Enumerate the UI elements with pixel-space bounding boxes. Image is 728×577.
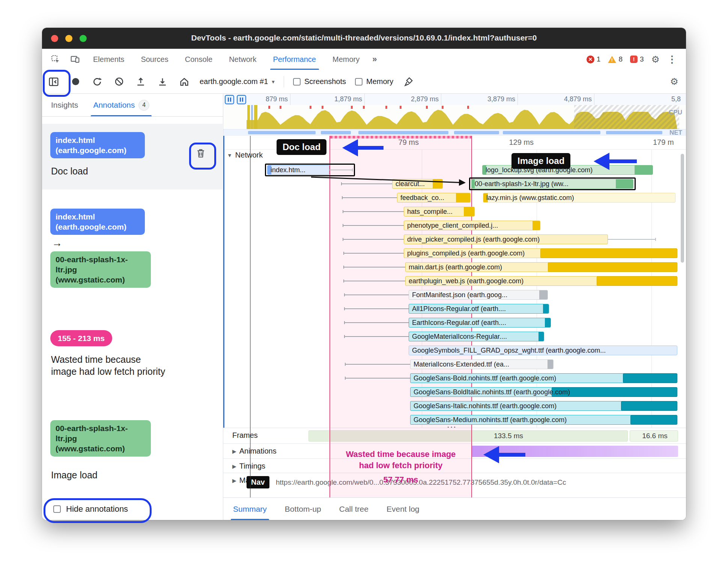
screenshots-checkbox-row[interactable]: Screenshots: [293, 77, 346, 86]
network-request[interactable]: main.dart.js (earth.google.com): [405, 262, 677, 272]
request-queue-whisker: [341, 183, 392, 184]
home-button[interactable]: [178, 75, 191, 88]
hide-annotations-checkbox[interactable]: [53, 505, 61, 513]
tab-event-log[interactable]: Event log: [387, 498, 420, 520]
memory-checkbox-row[interactable]: Memory: [355, 77, 393, 86]
load-profile-button[interactable]: [134, 75, 147, 88]
toggle-sidebar-button[interactable]: [47, 75, 60, 88]
window-title: DevTools - earth.google.com/static/multi…: [42, 33, 686, 42]
capture-settings-gear-icon[interactable]: ⚙: [670, 77, 678, 86]
history-dropdown[interactable]: earth.google.com #1 ▾: [200, 77, 275, 86]
network-request[interactable]: 00-earth-splash-1x-ltr.jpg (ww...: [471, 179, 633, 189]
console-warnings-indicator[interactable]: 8: [608, 55, 623, 63]
network-waterfall[interactable]: index.htm...logo_lockup.svg (earth.googl…: [223, 149, 679, 428]
detail-ruler-tick: 179 m: [653, 138, 674, 147]
error-icon: ✕: [587, 56, 594, 63]
tabbar-left-icons: [42, 49, 80, 70]
tab-insights[interactable]: Insights: [51, 94, 78, 116]
timeline-overview[interactable]: 879 ms1,879 ms2,879 ms3,879 ms4,879 ms5,…: [223, 94, 686, 136]
settings-gear-icon[interactable]: ⚙: [651, 55, 660, 64]
network-request-label: main.dart.js (earth.google.com): [406, 263, 677, 272]
tab-console[interactable]: Console: [185, 49, 212, 70]
more-requests-indicator[interactable]: ...: [447, 419, 457, 430]
network-request[interactable]: GoogleSans-Bold.nohints.ttf (earth.googl…: [410, 373, 677, 383]
network-request[interactable]: MaterialIcons-Extended.ttf (ea...: [410, 359, 554, 369]
annotation-entry-image-load[interactable]: 00-earth-splash-1x-ltr.jpg (www.gstatic.…: [42, 420, 223, 488]
annotation-chip-splash-image[interactable]: 00-earth-splash-1x-ltr.jpg (www.gstatic.…: [50, 420, 151, 457]
long-task-marker: [351, 106, 353, 109]
more-panels-button[interactable]: »: [372, 49, 377, 70]
disclosure-triangle-icon[interactable]: ▶: [232, 448, 236, 454]
tab-summary[interactable]: Summary: [233, 498, 267, 520]
screenshots-checkbox[interactable]: [293, 78, 301, 86]
network-scrollbar[interactable]: [681, 154, 684, 263]
annotations-count-badge: 4: [138, 100, 149, 111]
device-toolbar-icon[interactable]: [70, 54, 80, 65]
tab-elements[interactable]: Elements: [93, 49, 124, 70]
net-activity-segment: [503, 131, 600, 134]
network-request[interactable]: All1PIcons-Regular.otf (earth....: [409, 304, 549, 314]
annotation-chip-link-to[interactable]: 00-earth-splash-1x-ltr.jpg (www.gstatic.…: [50, 251, 151, 288]
delete-annotation-button[interactable]: [194, 146, 208, 161]
save-profile-button[interactable]: [156, 75, 169, 88]
annotation-chip-index-html[interactable]: index.html (earth.google.com): [50, 132, 145, 158]
reload-and-record-button[interactable]: [91, 75, 104, 88]
kebab-menu-icon[interactable]: ⋮: [667, 54, 677, 64]
tab-performance[interactable]: Performance: [273, 49, 316, 70]
tab-network[interactable]: Network: [229, 49, 256, 70]
devtools-tabbar: ElementsSourcesConsoleNetworkPerformance…: [42, 49, 686, 70]
breadcrumb-pause-icon[interactable]: [225, 95, 234, 104]
network-request-label: GoogleSans-Italic.nohints.ttf (earth.goo…: [411, 401, 677, 410]
annotation-entry-link[interactable]: index.html (earth.google.com) → 00-earth…: [42, 206, 223, 304]
network-request[interactable]: earthplugin_web.js (earth.google.com): [405, 276, 677, 286]
annotation-chip-time-range[interactable]: 155 - 213 ms: [50, 330, 112, 346]
clear-button[interactable]: [113, 75, 125, 88]
network-request[interactable]: plugins_compiled.js (earth.google.com): [404, 248, 677, 258]
tab-sources[interactable]: Sources: [141, 49, 168, 70]
tab-bottom-up[interactable]: Bottom-up: [285, 498, 321, 520]
network-request[interactable]: clearcut...: [392, 179, 443, 189]
inspect-element-icon[interactable]: [50, 54, 61, 65]
network-request[interactable]: GoogleMaterialIcons-Regular....: [409, 332, 544, 341]
network-request[interactable]: hats_compile...: [404, 207, 475, 216]
annotation-entry-doc-load[interactable]: index.html (earth.google.com) Doc load: [42, 124, 223, 189]
disclosure-triangle-icon[interactable]: ▶: [232, 463, 236, 469]
tab-memory[interactable]: Memory: [332, 49, 359, 70]
memory-checkbox[interactable]: [355, 78, 362, 86]
annotation-entry-range[interactable]: 155 - 213 ms Wasted time because image h…: [42, 330, 223, 413]
animation-bar[interactable]: [471, 446, 678, 457]
disclosure-triangle-icon[interactable]: ▶: [232, 478, 236, 484]
breadcrumb-pause-icon-2[interactable]: [237, 95, 246, 104]
network-request[interactable]: GoogleSans-Italic.nohints.ttf (earth.goo…: [410, 401, 677, 411]
hide-annotations-row[interactable]: Hide annotations: [53, 504, 128, 514]
issues-indicator[interactable]: ! 3: [630, 55, 644, 63]
network-request[interactable]: GoogleSans-BoldItalic.nohints.ttf (earth…: [410, 387, 677, 397]
tab-call-tree[interactable]: Call tree: [339, 498, 369, 520]
frame-bar[interactable]: [308, 430, 628, 442]
network-request-label: GoogleSans-BoldItalic.nohints.ttf (earth…: [411, 388, 677, 397]
wasted-time-line2: had low fetch priority: [329, 460, 472, 471]
request-tail-whisker: [608, 239, 656, 240]
network-request[interactable]: feedback_co...: [397, 193, 471, 203]
record-button[interactable]: [69, 75, 82, 88]
detail-ruler-tick: 129 ms: [495, 138, 534, 147]
net-activity-segment: [321, 131, 351, 134]
net-activity-segment: [358, 131, 448, 134]
network-request[interactable]: FontManifest.json (earth.goog...: [409, 290, 548, 300]
image-load-callout: Image load: [511, 153, 570, 169]
network-track-header[interactable]: ▼ Network: [227, 151, 263, 159]
network-request[interactable]: drive_picker_compiled.js (earth.google.c…: [404, 234, 608, 244]
collapse-network-icon[interactable]: ▼: [227, 152, 232, 158]
network-request[interactable]: EarthIcons-Regular.otf (earth....: [409, 318, 551, 328]
network-request[interactable]: lazy.min.js (www.gstatic.com): [483, 193, 675, 203]
network-request[interactable]: phenotype_client_compiled.j...: [404, 221, 540, 230]
timings-track-label: Timings: [239, 462, 265, 470]
overview-net-strip: [223, 129, 686, 136]
console-errors-indicator[interactable]: ✕ 1: [587, 55, 601, 63]
annotation-chip-link-from[interactable]: index.html (earth.google.com): [50, 209, 145, 235]
network-request[interactable]: GoogleSymbols_FILL_GRAD_opsz_wght.ttf (e…: [409, 346, 677, 355]
network-request[interactable]: index.htm...: [267, 165, 329, 175]
garbage-collect-icon[interactable]: [402, 75, 415, 88]
frames-track[interactable]: Frames 133.5 ms 16.6 ms: [223, 428, 686, 444]
tab-annotations[interactable]: Annotations 4: [93, 94, 149, 116]
